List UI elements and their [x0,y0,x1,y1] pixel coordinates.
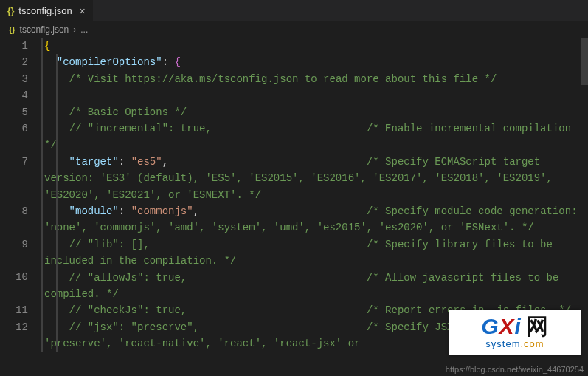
code-content[interactable]: { "compilerOptions": { /* Visit https://… [41,38,588,352]
line-number: 11 [0,302,28,318]
line-number: 2 [0,54,28,70]
line-number: 3 [0,71,28,87]
indent-guide [56,54,58,352]
code-line[interactable]: { [43,38,588,54]
line-number: 1 [0,38,28,54]
code-line[interactable]: // "incremental": true, /* Enable increm… [43,120,588,154]
line-number: 10 [0,269,28,285]
json-file-icon: {} [9,25,15,34]
logo-sub-com: .com [521,338,544,349]
tab-tsconfig[interactable]: {} tsconfig.json × [0,0,94,21]
tab-filename: tsconfig.json [18,5,72,16]
code-line[interactable] [43,87,588,103]
line-number: 5 [0,104,28,120]
breadcrumb-filename: tsconfig.json [20,24,69,35]
logo-letter-i: i [515,314,522,338]
logo-letter-x: X [499,314,514,338]
line-number: 12 [0,319,28,335]
doc-link[interactable]: https://aka.ms/tsconfig.json [125,73,298,85]
gxi-logo: GXi网 system.com [449,310,581,355]
code-line[interactable]: "compilerOptions": { [43,54,588,70]
json-file-icon: {} [7,6,14,16]
code-line[interactable]: /* Basic Options */ [43,104,588,120]
breadcrumb[interactable]: {} tsconfig.json › ... [0,21,588,38]
logo-wang: 网 [526,314,549,338]
code-line[interactable]: // "allowJs": true, /* Allow javascript … [43,270,588,303]
logo-letter-g: G [481,314,499,338]
breadcrumb-more: ... [80,24,88,35]
code-line[interactable]: "target": "es5", /* Specify ECMAScript t… [43,154,588,203]
close-icon[interactable]: × [80,5,86,17]
line-number: 7 [0,154,28,170]
line-number: 4 [0,87,28,103]
tab-bar: {} tsconfig.json × [0,0,588,21]
code-line[interactable]: "module": "commonjs", /* Specify module … [43,203,588,236]
chevron-right-icon: › [73,24,76,35]
vertical-scrollbar[interactable] [581,38,588,85]
line-number: 8 [0,203,28,219]
line-number: 6 [0,120,28,137]
code-line[interactable]: // "lib": [], /* Specify library files t… [43,236,588,270]
watermark-url: https://blog.csdn.net/weixin_44670254 [446,365,584,374]
line-number: 9 [0,236,28,253]
code-line[interactable]: /* Visit https://aka.ms/tsconfig.json to… [43,71,588,87]
line-number-gutter: 123456789101112 [0,38,38,376]
logo-sub-system: system [485,338,520,349]
